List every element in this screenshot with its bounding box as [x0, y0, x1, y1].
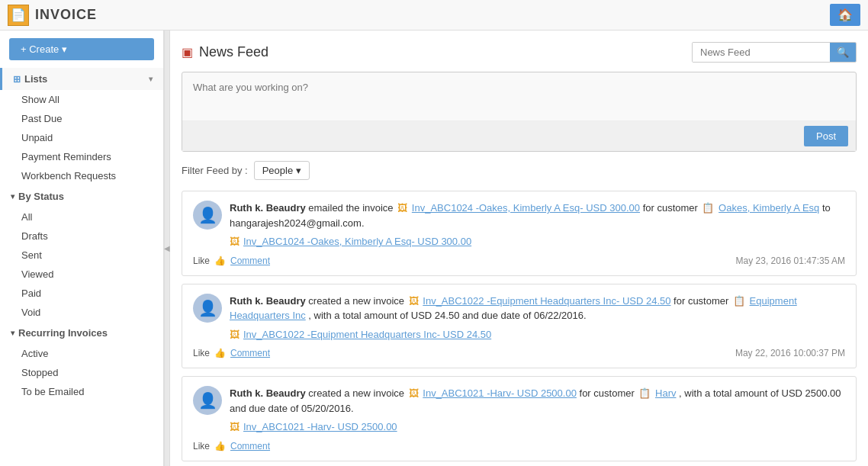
feed-item-top: 👤 Ruth k. Beaudry created a new invoice … [193, 294, 845, 342]
feed-item-footer: Like 👍 Comment [193, 441, 845, 452]
sidebar-item-unpaid[interactable]: Unpaid [0, 128, 163, 147]
sidebar-item-sent[interactable]: Sent [0, 246, 163, 265]
header-left: 📄 INVOICE [8, 5, 97, 26]
news-feed-title: News Feed [199, 44, 268, 60]
create-button[interactable]: + Create ▾ [9, 38, 154, 60]
sidebar-lists-header[interactable]: ⊞ Lists ▾ [0, 68, 163, 90]
attachment-icon: 🖼 [230, 234, 240, 249]
sidebar-item-paid[interactable]: Paid [0, 284, 163, 303]
sidebar-item-void[interactable]: Void [0, 303, 163, 322]
filter-label: Filter Feed by : [182, 165, 248, 176]
thumbs-up-icon: 👍 [214, 348, 226, 358]
sidebar-item-drafts[interactable]: Drafts [0, 227, 163, 246]
feed-actions: Like 👍 Comment [193, 255, 270, 266]
feed-item: 👤 Ruth k. Beaudry created a new invoice … [182, 284, 857, 369]
grid-icon: ⊞ [13, 74, 21, 85]
avatar: 👤 [193, 294, 222, 323]
feed-action: created a new invoice [308, 295, 407, 307]
feed-attachment: 🖼 Inv_ABC1024 -Oakes, Kimberly A Esq- US… [230, 234, 845, 249]
by-status-label: By Status [18, 191, 64, 202]
post-area: Post [182, 72, 857, 152]
search-button[interactable]: 🔍 [830, 43, 856, 62]
feed-action: created a new invoice [308, 387, 407, 399]
comment-button[interactable]: Comment [230, 255, 270, 266]
filter-row: Filter Feed by : People ▾ [182, 161, 857, 180]
sidebar-item-workbench-requests[interactable]: Workbench Requests [0, 166, 163, 185]
attachment-icon: 🖼 [230, 327, 240, 342]
sidebar-item-to-be-emailed[interactable]: To be Emailed [0, 382, 163, 401]
feed-attachment-link[interactable]: Inv_ABC1022 -Equipment Headquarters Inc-… [243, 327, 491, 342]
search-input[interactable] [693, 43, 830, 62]
filter-chevron-icon: ▾ [296, 165, 301, 176]
home-button[interactable]: 🏠 [830, 4, 860, 26]
feed-timestamp: May 23, 2016 01:47:35 AM [736, 255, 845, 266]
feed-item-top: 👤 Ruth k. Beaudry created a new invoice … [193, 386, 845, 435]
feed-content: Ruth k. Beaudry created a new invoice 🖼 … [230, 386, 845, 435]
feed-invoice-link[interactable]: Inv_ABC1021 -Harv- USD 2500.00 [423, 387, 577, 399]
sidebar-item-payment-reminders[interactable]: Payment Reminders [0, 147, 163, 166]
invoice-icon: 🖼 [409, 387, 419, 399]
recurring-invoices-header[interactable]: ▾ Recurring Invoices [0, 322, 163, 344]
avatar: 👤 [193, 386, 222, 415]
sidebar-item-all[interactable]: All [0, 207, 163, 227]
lists-label: Lists [24, 73, 47, 85]
feed-content: Ruth k. Beaudry created a new invoice 🖼 … [230, 294, 845, 342]
feed-actions: Like 👍 Comment [193, 348, 270, 358]
post-button[interactable]: Post [804, 126, 848, 146]
feed-item: 👤 Ruth k. Beaudry created a new invoice … [182, 376, 857, 461]
thumbs-up-icon: 👍 [214, 255, 226, 266]
sidebar-item-past-due[interactable]: Past Due [0, 109, 163, 128]
collapse-arrow-icon-2: ▾ [11, 329, 14, 337]
feed-attachment-link[interactable]: Inv_ABC1024 -Oakes, Kimberly A Esq- USD … [243, 234, 471, 249]
feed-for-customer: for customer [674, 295, 731, 307]
sidebar-item-active[interactable]: Active [0, 344, 163, 363]
like-button[interactable]: Like [193, 348, 210, 358]
feed-author: Ruth k. Beaudry [230, 387, 306, 399]
feed-item-footer: Like 👍 Comment May 23, 2016 01:47:35 AM [193, 255, 845, 266]
like-button[interactable]: Like [193, 255, 210, 266]
news-feed-title-area: ▣ News Feed [182, 44, 268, 60]
resize-handle[interactable]: ◀ [164, 31, 170, 466]
by-status-header[interactable]: ▾ By Status [0, 185, 163, 207]
app-logo: 📄 [8, 5, 29, 26]
feed-item-top: 👤 Ruth k. Beaudry emailed the invoice 🖼 … [193, 201, 845, 249]
feed-attachment: 🖼 Inv_ABC1021 -Harv- USD 2500.00 [230, 419, 845, 435]
feed-author: Ruth k. Beaudry [230, 202, 306, 214]
news-feed-header: ▣ News Feed 🔍 [182, 42, 857, 63]
sidebar-item-viewed[interactable]: Viewed [0, 265, 163, 284]
feed-suffix: , with a total amount of USD 24.50 and d… [308, 310, 586, 321]
customer-icon: 📋 [702, 202, 714, 214]
feed-customer-link[interactable]: Harv [655, 387, 676, 399]
feed-invoice-link[interactable]: Inv_ABC1024 -Oakes, Kimberly A Esq- USD … [412, 202, 640, 214]
news-feed-icon: ▣ [182, 45, 193, 59]
app-header: 📄 INVOICE 🏠 [0, 0, 868, 31]
attachment-icon: 🖼 [230, 419, 240, 435]
feed-actions: Like 👍 Comment [193, 441, 270, 452]
feed-invoice-link[interactable]: Inv_ABC1022 -Equipment Headquarters Inc-… [423, 295, 670, 307]
feed-for-customer: for customer [580, 387, 638, 399]
avatar: 👤 [193, 201, 222, 230]
sidebar-item-show-all[interactable]: Show All [0, 90, 163, 109]
customer-icon: 📋 [733, 295, 745, 307]
app-title: INVOICE [35, 7, 97, 23]
feed-item: 👤 Ruth k. Beaudry emailed the invoice 🖼 … [182, 191, 857, 276]
collapse-arrow-icon: ▾ [11, 192, 14, 201]
customer-icon: 📋 [638, 387, 651, 399]
sidebar-item-stopped[interactable]: Stopped [0, 363, 163, 382]
feed-attachment: 🖼 Inv_ABC1022 -Equipment Headquarters In… [230, 327, 845, 342]
feed-timestamp: May 22, 2016 10:00:37 PM [735, 348, 845, 358]
feed-attachment-link[interactable]: Inv_ABC1021 -Harv- USD 2500.00 [243, 419, 397, 435]
post-textarea[interactable] [182, 72, 856, 118]
filter-dropdown[interactable]: People ▾ [254, 161, 310, 180]
feed-for-customer: for customer [643, 202, 701, 214]
invoice-icon: 🖼 [409, 295, 419, 307]
comment-button[interactable]: Comment [230, 441, 270, 452]
feed-content: Ruth k. Beaudry emailed the invoice 🖼 In… [230, 201, 845, 249]
comment-button[interactable]: Comment [230, 348, 270, 358]
chevron-down-icon: ▾ [149, 75, 153, 83]
recurring-invoices-label: Recurring Invoices [18, 327, 108, 339]
feed-author: Ruth k. Beaudry [230, 295, 306, 307]
feed-item-footer: Like 👍 Comment May 22, 2016 10:00:37 PM [193, 348, 845, 358]
like-button[interactable]: Like [193, 441, 210, 452]
feed-customer-link[interactable]: Oakes, Kimberly A Esq [719, 202, 819, 214]
